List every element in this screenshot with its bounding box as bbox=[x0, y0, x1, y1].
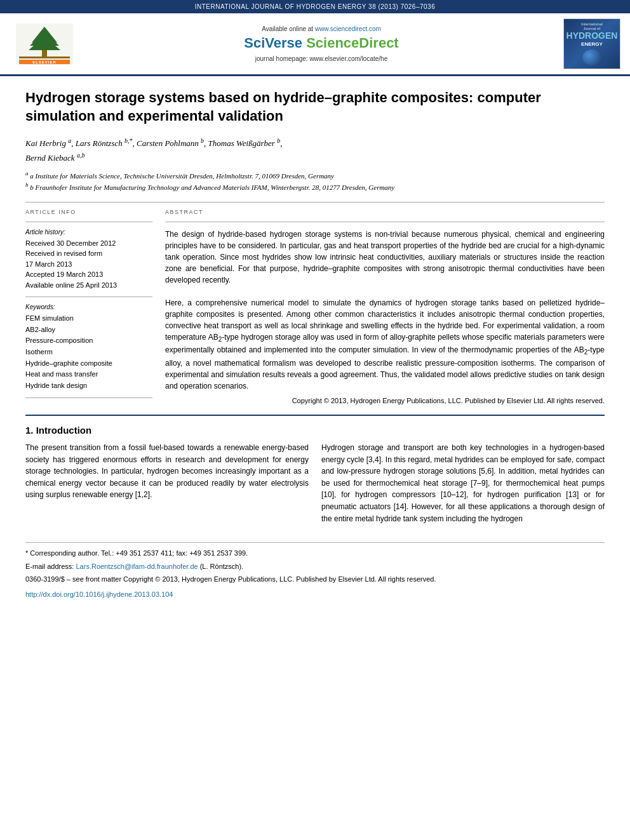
elsevier-logo: ELSEVIER bbox=[6, 18, 83, 69]
introduction-section: 1. Introduction The present transition f… bbox=[25, 415, 605, 530]
article-title: Hydrogen storage systems based on hydrid… bbox=[25, 89, 605, 125]
doi-link-container: http://dx.doi.org/10.1016/j.ijhydene.201… bbox=[25, 589, 605, 601]
available-online-date: Available online 25 April 2013 bbox=[25, 280, 152, 291]
logo-intl-text: InternationalJournal of bbox=[581, 22, 603, 31]
abstract-label: Abstract bbox=[165, 209, 605, 215]
sciverse-center: Available online at www.sciencedirect.co… bbox=[89, 18, 554, 69]
author-bernd: Bernd Kieback a,b bbox=[25, 153, 84, 163]
journal-masthead: ELSEVIER Available online at www.science… bbox=[0, 13, 630, 76]
received-date: Received 30 December 2012 bbox=[25, 238, 152, 249]
article-info-label: Article Info bbox=[25, 209, 152, 215]
intro-two-col: The present transition from a fossil fue… bbox=[25, 442, 605, 530]
article-info-abstract: Article Info Article history: Received 3… bbox=[25, 209, 605, 406]
authors-line: Kai Herbrig a, Lars Röntzsch b,*, Carste… bbox=[25, 135, 605, 164]
email-link[interactable]: Lars.Roentzsch@ifam-dd.fraunhofer.de bbox=[76, 563, 198, 570]
affiliation-b: b Fraunhofer Institute for Manufacturing… bbox=[30, 183, 394, 191]
keyword-6: Heat and mass transfer bbox=[25, 369, 152, 380]
sciencedirect-url[interactable]: www.sciencedirect.com bbox=[315, 25, 381, 32]
keywords-label: Keywords: bbox=[25, 303, 152, 310]
intro-left-text: The present transition from a fossil fue… bbox=[25, 442, 309, 501]
logo-hydrogen-text: HYDROGEN bbox=[566, 31, 618, 41]
author-kai: Kai Herbrig a, Lars Röntzsch b,*, Carste… bbox=[25, 138, 282, 148]
divider-abstract bbox=[165, 222, 605, 222]
article-history-group: Article history: Received 30 December 20… bbox=[25, 229, 152, 291]
sciverse-sci-text: SciVerse bbox=[244, 35, 306, 51]
keywords-list: FEM simulation AB2-alloy Pressure-compos… bbox=[25, 313, 152, 391]
copyright-text: Copyright © 2013, Hydrogen Energy Public… bbox=[165, 396, 605, 406]
hydrogen-energy-logo-container: InternationalJournal of HYDROGEN ENERGY bbox=[560, 18, 624, 69]
revised-date: 17 March 2013 bbox=[25, 259, 152, 270]
intro-right-col: Hydrogen storage and transport are both … bbox=[321, 442, 605, 530]
email-address: E-mail address: Lars.Roentzsch@ifam-dd.f… bbox=[25, 561, 605, 573]
divider-left-bottom bbox=[25, 397, 152, 398]
abstract-para-1: The design of hydride-based hydrogen sto… bbox=[165, 229, 605, 286]
issn-note: 0360-3199/$ – see front matter Copyright… bbox=[25, 574, 605, 585]
abstract-para-2: Here, a comprehensive numerical model to… bbox=[165, 297, 605, 392]
keywords-group: Keywords: FEM simulation AB2-alloy Press… bbox=[25, 303, 152, 391]
sciverse-direct-text: ScienceDirect bbox=[306, 35, 399, 51]
divider-1 bbox=[25, 202, 605, 203]
keyword-2: AB2-alloy bbox=[25, 324, 152, 336]
keyword-5: Hydride–graphite composite bbox=[25, 358, 152, 370]
keyword-3: Pressure-composition bbox=[25, 335, 152, 347]
journal-title: International Journal of Hydrogen Energy… bbox=[195, 3, 435, 10]
abstract-body: The design of hydride-based hydrogen sto… bbox=[165, 229, 605, 406]
logo-energy-text: ENERGY bbox=[581, 41, 603, 47]
divider-keywords bbox=[25, 297, 152, 297]
affiliations: a a Institute for Materials Science, Tec… bbox=[25, 170, 605, 192]
affiliation-a: a Institute for Materials Science, Techn… bbox=[30, 172, 334, 180]
article-info-col: Article Info Article history: Received 3… bbox=[25, 209, 152, 406]
corresponding-author: * Corresponding author. Tel.: +49 351 25… bbox=[25, 548, 605, 559]
intro-left-col: The present transition from a fossil fue… bbox=[25, 442, 309, 530]
divider-info bbox=[25, 222, 152, 222]
keyword-1: FEM simulation bbox=[25, 313, 152, 324]
intro-para-right: Hydrogen storage and transport are both … bbox=[321, 442, 605, 524]
intro-right-text: Hydrogen storage and transport are both … bbox=[321, 442, 605, 524]
accepted-date: Accepted 19 March 2013 bbox=[25, 269, 152, 280]
intro-heading: 1. Introduction bbox=[25, 425, 605, 436]
footer-notes: * Corresponding author. Tel.: +49 351 25… bbox=[25, 542, 605, 600]
journal-header-bar: International Journal of Hydrogen Energy… bbox=[0, 0, 630, 13]
keyword-7: Hydride tank design bbox=[25, 380, 152, 392]
doi-link[interactable]: http://dx.doi.org/10.1016/j.ijhydene.201… bbox=[25, 590, 173, 598]
available-online-text: Available online at www.sciencedirect.co… bbox=[262, 25, 381, 32]
keyword-4: Isotherm bbox=[25, 347, 152, 358]
hydrogen-energy-logo: InternationalJournal of HYDROGEN ENERGY bbox=[563, 18, 620, 69]
elsevier-tree-svg: ELSEVIER bbox=[16, 23, 73, 65]
received-revised-label: Received in revised form bbox=[25, 248, 152, 259]
article-body: Hydrogen storage systems based on hydrid… bbox=[0, 76, 630, 615]
sciverse-brand: SciVerse ScienceDirect bbox=[244, 35, 398, 51]
history-label: Article history: bbox=[25, 229, 152, 236]
intro-para-left: The present transition from a fossil fue… bbox=[25, 442, 309, 501]
svg-text:ELSEVIER: ELSEVIER bbox=[32, 60, 57, 64]
abstract-col: Abstract The design of hydride-based hyd… bbox=[165, 209, 605, 406]
journal-homepage-text: journal homepage: www.elsevier.com/locat… bbox=[255, 55, 387, 62]
logo-planet-graphic bbox=[582, 50, 601, 65]
